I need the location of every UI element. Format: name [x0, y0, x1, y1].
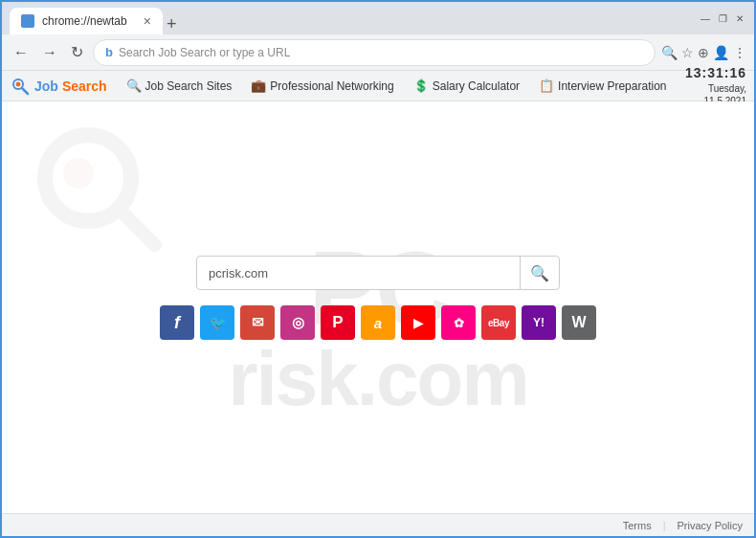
quick-link-twitter[interactable]: 🐦: [200, 305, 234, 340]
url-box[interactable]: b Search Job Search or type a URL: [93, 39, 656, 66]
search-input[interactable]: [197, 266, 520, 280]
main-content: PC risk.com 🔍 f 🐦 ✉ ◎ P a ▶ ✿: [2, 101, 754, 513]
svg-point-6: [63, 158, 94, 189]
bookmarks-bar: JobSearch 🔍 Job Search Sites 💼 Professio…: [2, 71, 754, 101]
title-bar: chrome://newtab × + — ❐ ✕: [2, 2, 754, 34]
interview-preparation-icon: 📋: [539, 78, 554, 93]
footer: Terms | Privacy Policy: [2, 513, 754, 536]
svg-line-5: [122, 212, 155, 245]
svg-line-3: [23, 88, 29, 94]
back-button[interactable]: ←: [10, 40, 33, 65]
search-box-container: 🔍: [196, 256, 560, 290]
menu-icon[interactable]: ⋮: [733, 45, 746, 60]
svg-point-2: [16, 81, 21, 86]
brand-search-text: Search: [62, 78, 107, 94]
active-tab[interactable]: chrome://newtab ×: [10, 8, 163, 34]
brand-icon: [10, 76, 31, 97]
quick-link-amazon[interactable]: a: [361, 305, 395, 340]
quick-link-flickr[interactable]: ✿: [441, 305, 476, 340]
bookmark-job-search-sites-label: Job Search Sites: [145, 79, 233, 93]
address-bar: ← → ↻ b Search Job Search or type a URL …: [2, 34, 754, 71]
bookmark-star-icon[interactable]: ☆: [681, 45, 694, 60]
reload-button[interactable]: ↻: [67, 39, 87, 65]
bookmark-interview-preparation[interactable]: 📋 Interview Preparation: [531, 77, 674, 95]
svg-point-4: [45, 135, 131, 221]
job-search-sites-icon: 🔍: [126, 78, 142, 93]
quick-links: f 🐦 ✉ ◎ P a ▶ ✿ eBay Y! W: [160, 305, 596, 340]
quick-link-pinterest[interactable]: P: [321, 305, 355, 340]
forward-button[interactable]: →: [38, 40, 61, 65]
profile-icon[interactable]: 👤: [713, 45, 729, 60]
browser-frame: chrome://newtab × + — ❐ ✕ ← → ↻ b Search…: [0, 0, 756, 538]
quick-link-yahoo[interactable]: Y!: [522, 305, 556, 340]
search-area: 🔍 f 🐦 ✉ ◎ P a ▶ ✿ eBay Y! W: [160, 256, 596, 340]
watermark-logo: [31, 121, 165, 258]
new-tab-button[interactable]: +: [167, 14, 177, 34]
search-button[interactable]: 🔍: [520, 257, 559, 289]
quick-link-youtube[interactable]: ▶: [401, 305, 435, 340]
bookmark-professional-networking-label: Professional Networking: [270, 79, 393, 93]
clock-area: 13:31:16 Tuesday, 11.5.2021: [678, 64, 746, 106]
terms-link[interactable]: Terms: [623, 520, 652, 531]
security-icon: b: [105, 45, 113, 59]
restore-button[interactable]: ❐: [716, 11, 729, 25]
footer-separator: |: [663, 520, 666, 531]
salary-calculator-icon: 💲: [413, 78, 429, 93]
clock-time: 13:31:16: [678, 64, 746, 81]
extensions-icon[interactable]: ⊕: [698, 45, 709, 60]
bookmark-professional-networking[interactable]: 💼 Professional Networking: [243, 77, 401, 95]
quick-link-ebay[interactable]: eBay: [481, 305, 516, 340]
quick-link-wikipedia[interactable]: W: [562, 305, 596, 340]
bookmark-interview-preparation-label: Interview Preparation: [558, 79, 666, 93]
bookmark-salary-calculator[interactable]: 💲 Salary Calculator: [406, 77, 527, 95]
url-text: Search Job Search or type a URL: [119, 46, 290, 59]
minimize-button[interactable]: —: [699, 11, 712, 25]
tab-label: chrome://newtab: [42, 14, 127, 28]
quick-link-facebook[interactable]: f: [160, 305, 194, 340]
privacy-policy-link[interactable]: Privacy Policy: [678, 520, 743, 531]
tab-favicon: [21, 14, 34, 28]
search-button-icon: 🔍: [530, 264, 549, 282]
tab-area: chrome://newtab × +: [10, 2, 693, 34]
brand-job-text: Job: [34, 78, 58, 94]
close-window-button[interactable]: ✕: [733, 11, 746, 25]
window-controls: — ❐ ✕: [699, 11, 746, 25]
professional-networking-icon: 💼: [251, 78, 266, 93]
search-address-icon[interactable]: 🔍: [661, 45, 678, 60]
brand-logo: JobSearch: [10, 76, 107, 97]
quick-link-instagram[interactable]: ◎: [280, 305, 315, 340]
bookmark-job-search-sites[interactable]: 🔍 Job Search Sites: [119, 77, 240, 95]
address-bar-icons: 🔍 ☆ ⊕ 👤 ⋮: [661, 45, 746, 60]
watermark-bottom: risk.com: [228, 341, 527, 417]
quick-link-gmail[interactable]: ✉: [240, 305, 275, 340]
bookmark-salary-calculator-label: Salary Calculator: [433, 79, 520, 93]
tab-close-button[interactable]: ×: [144, 13, 151, 29]
